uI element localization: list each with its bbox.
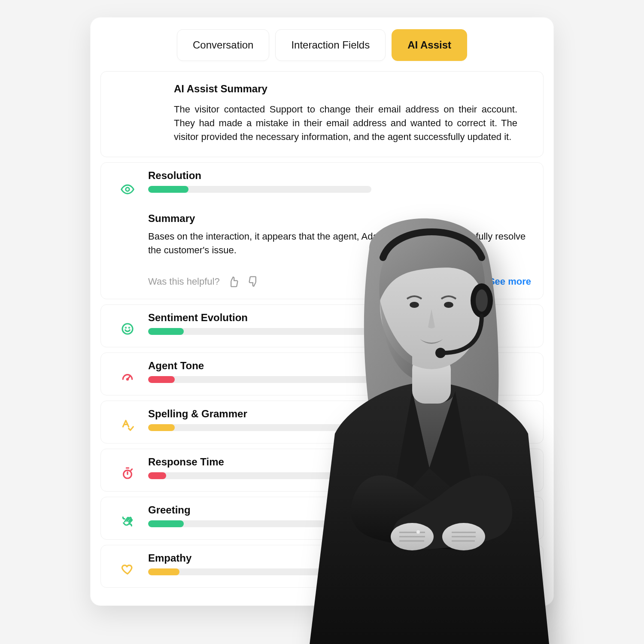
tab-conversation[interactable]: Conversation [177, 29, 269, 61]
metric-bar [148, 520, 371, 527]
thumbs-down-icon[interactable] [247, 276, 259, 288]
metric-sentiment: Sentiment Evolution [100, 304, 544, 347]
resolution-bar [148, 186, 371, 193]
metric-spelling: Spelling & Grammer [100, 401, 544, 444]
metric-bar-fill [148, 328, 184, 335]
metric-empathy: Empathy [100, 545, 544, 588]
metric-tone: Agent Tone [100, 352, 544, 395]
resolution-body-text: Bases on the interaction, it appears tha… [148, 230, 531, 257]
summary-card: AI Assist Summary The visitor contacted … [100, 71, 544, 157]
spellcheck-icon [118, 416, 137, 434]
stopwatch-icon [118, 464, 137, 483]
metric-label: Sentiment Evolution [148, 312, 531, 324]
ai-assist-panel: Conversation Interaction Fields AI Assis… [90, 17, 554, 606]
metric-bar [148, 328, 371, 335]
svg-point-4 [127, 379, 128, 380]
resolution-bar-fill [148, 186, 188, 193]
metric-greeting: Greeting [100, 497, 544, 540]
metric-bar-fill [148, 520, 184, 527]
feedback-prompt: Was this helpful? [148, 276, 220, 287]
resolution-card: Resolution Summary Bases on the interact… [100, 162, 544, 300]
metric-label: Spelling & Grammer [148, 408, 531, 420]
metric-bar [148, 424, 371, 431]
wave-icon [118, 512, 137, 531]
metric-bar-fill [148, 472, 166, 479]
metric-bar [148, 376, 371, 383]
metric-bar-fill [148, 568, 179, 575]
tab-bar: Conversation Interaction Fields AI Assis… [90, 29, 554, 61]
heart-icon [118, 560, 137, 579]
eye-icon [118, 180, 137, 199]
metric-label: Empathy [148, 552, 531, 564]
tab-ai-assist[interactable]: AI Assist [392, 29, 467, 61]
svg-point-0 [126, 187, 130, 191]
thumbs-up-icon[interactable] [228, 276, 240, 288]
resolution-subtitle: Summary [148, 213, 531, 225]
metric-label: Response Time [148, 456, 531, 468]
tab-interaction-fields[interactable]: Interaction Fields [275, 29, 386, 61]
metric-response: Response Time [100, 449, 544, 492]
svg-point-1 [122, 324, 133, 334]
metric-bar [148, 472, 371, 479]
metric-label: Agent Tone [148, 360, 531, 372]
smile-icon [118, 319, 137, 338]
metric-bar [148, 568, 371, 575]
metric-label: Greeting [148, 504, 531, 516]
summary-title: AI Assist Summary [174, 83, 517, 95]
summary-body: The visitor contacted Support to change … [174, 103, 517, 144]
metric-bar-fill [148, 424, 175, 431]
svg-point-2 [125, 328, 126, 328]
gauge-icon [118, 368, 137, 386]
resolution-title: Resolution [148, 170, 531, 182]
metric-bar-fill [148, 376, 175, 383]
svg-point-3 [129, 328, 129, 328]
see-more-link[interactable]: See more [489, 276, 531, 287]
